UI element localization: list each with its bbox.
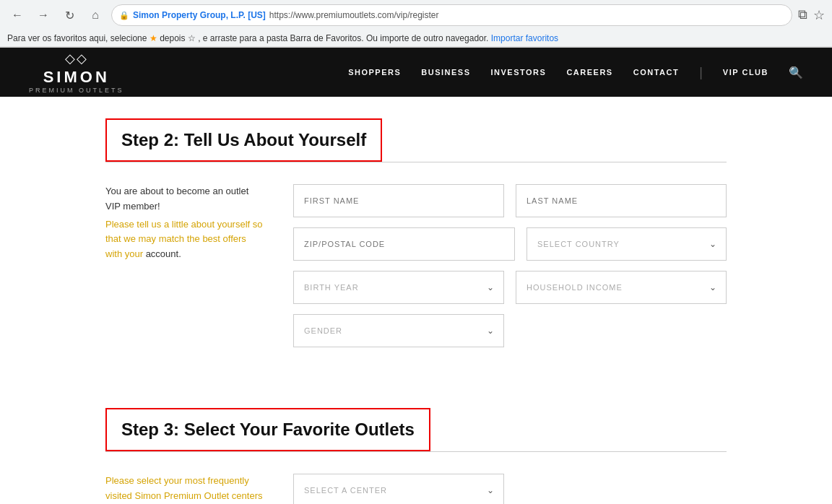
site-logo: ◇◇ SIMON PREMIUM OUTLETS	[29, 51, 124, 94]
url-text: https://www.premiumoutlets.com/vip/regis…	[269, 10, 439, 20]
star-icon: ★	[150, 33, 157, 43]
page-content: Step 2: Tell Us About Yourself You are a…	[91, 97, 741, 504]
step3-highlight1: Please select your most frequently visit…	[105, 475, 262, 504]
step2-heading: Step 2: Tell Us About Yourself	[121, 130, 366, 150]
gender-select-wrapper: GENDER ⌄	[293, 314, 504, 347]
nav-business[interactable]: BUSINESS	[421, 68, 470, 77]
nav-vip-club[interactable]: VIP CLUB	[723, 68, 768, 77]
form-row-center: SELECT A CENTER ⌄	[293, 474, 727, 504]
step2-section: Step 2: Tell Us About Yourself You are a…	[105, 118, 727, 379]
step3-form: SELECT A CENTER ⌄	[293, 474, 727, 504]
site-nav: SHOPPERS BUSINESS INVESTORS CAREERS CONT…	[348, 65, 803, 80]
step2-desc-account: account.	[146, 248, 181, 259]
import-link[interactable]: Importar favoritos	[491, 33, 558, 43]
back-button[interactable]: ←	[7, 5, 27, 25]
search-icon[interactable]: 🔍	[789, 66, 803, 79]
site-name: Simon Property Group, L.P. [US]	[133, 10, 266, 20]
favorites-text: Para ver os favoritos aqui, selecione	[7, 33, 150, 43]
household-income-select-wrapper: HOUSEHOLD INCOME ⌄	[516, 271, 727, 304]
step3-description: Please select your most frequently visit…	[105, 474, 264, 504]
logo-diamond: ◇◇	[29, 51, 124, 66]
logo-sub: PREMIUM OUTLETS	[29, 87, 124, 94]
favorites-text3: , e arraste para a pasta Barra de Favori…	[198, 33, 491, 43]
browser-toolbar: ← → ↻ ⌂ 🔒 Simon Property Group, L.P. [US…	[0, 0, 832, 30]
refresh-button[interactable]: ↻	[59, 5, 79, 25]
browser-chrome: ← → ↻ ⌂ 🔒 Simon Property Group, L.P. [US…	[0, 0, 832, 48]
country-select[interactable]: SELECT COUNTRY	[526, 227, 727, 261]
zip-input[interactable]	[293, 227, 515, 261]
forward-button[interactable]: →	[33, 5, 53, 25]
bookmark-icon[interactable]: ☆	[813, 7, 825, 23]
center-select-wrapper: SELECT A CENTER ⌄	[293, 474, 504, 504]
step3-heading: Step 3: Select Your Favorite Outlets	[121, 420, 415, 440]
step3-body: Please select your most frequently visit…	[105, 452, 727, 504]
step3-desc-line1: Please select your most frequently visit…	[105, 474, 264, 504]
household-income-select[interactable]: HOUSEHOLD INCOME	[516, 271, 727, 304]
nav-contact[interactable]: CONTACT	[633, 68, 679, 77]
step3-header-box: Step 3: Select Your Favorite Outlets	[105, 408, 430, 451]
favorites-bar: Para ver os favoritos aqui, selecione ★ …	[0, 30, 832, 47]
tabs-icon[interactable]: ⧉	[798, 7, 807, 23]
gender-select[interactable]: GENDER	[293, 314, 504, 347]
address-bar[interactable]: 🔒 Simon Property Group, L.P. [US] https:…	[111, 4, 792, 26]
form-row-gender: GENDER ⌄	[293, 314, 727, 347]
center-spacer	[516, 474, 727, 504]
logo-simon: SIMON	[29, 68, 124, 87]
site-header: ◇◇ SIMON PREMIUM OUTLETS SHOPPERS BUSINE…	[0, 48, 832, 97]
nav-divider: |	[699, 65, 703, 80]
center-select[interactable]: SELECT A CENTER	[293, 474, 504, 504]
nav-investors[interactable]: INVESTORS	[491, 68, 547, 77]
birth-year-select[interactable]: BIRTH YEAR	[293, 271, 504, 304]
first-name-input[interactable]	[293, 184, 504, 217]
step2-description: You are about to become an outlet VIP me…	[105, 184, 264, 357]
step2-desc-line2: Please tell us a little about yourself s…	[105, 217, 264, 262]
country-select-wrapper: SELECT COUNTRY ⌄	[526, 227, 727, 261]
last-name-input[interactable]	[516, 184, 727, 217]
lock-icon: 🔒	[119, 11, 129, 20]
step2-form: SELECT COUNTRY ⌄ BIRTH YEAR ⌄	[293, 184, 727, 357]
star2-icon: ☆	[188, 33, 196, 43]
birth-year-select-wrapper: BIRTH YEAR ⌄	[293, 271, 504, 304]
step3-section: Step 3: Select Your Favorite Outlets Ple…	[105, 408, 727, 504]
form-row-name	[293, 184, 727, 217]
step2-desc-line1: You are about to become an outlet VIP me…	[105, 184, 264, 214]
favorites-text2: depois	[160, 33, 188, 43]
step2-desc-text1: You are about to become an outlet VIP me…	[105, 186, 248, 212]
form-row-birth-income: BIRTH YEAR ⌄ HOUSEHOLD INCOME ⌄	[293, 271, 727, 304]
browser-actions: ⧉ ☆	[798, 7, 825, 23]
home-button[interactable]: ⌂	[85, 5, 105, 25]
step2-header-box: Step 2: Tell Us About Yourself	[105, 118, 382, 162]
nav-careers[interactable]: CAREERS	[566, 68, 612, 77]
nav-shoppers[interactable]: SHOPPERS	[348, 68, 401, 77]
step2-body: You are about to become an outlet VIP me…	[105, 162, 727, 379]
form-row-zip-country: SELECT COUNTRY ⌄	[293, 227, 727, 261]
step2-desc-text2: Please tell us a little about yourself s…	[105, 219, 263, 260]
